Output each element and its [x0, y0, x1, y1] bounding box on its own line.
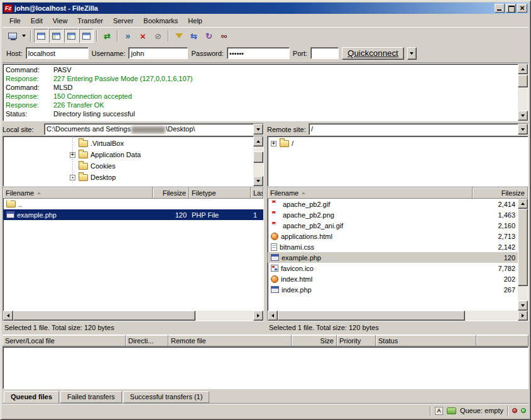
- transfer-queue-list[interactable]: [3, 346, 528, 389]
- menu-view[interactable]: View: [48, 16, 72, 26]
- maximize-button[interactable]: [506, 4, 516, 13]
- file-row[interactable]: applications.html 2,713: [268, 231, 518, 241]
- site-manager-button[interactable]: [5, 29, 19, 43]
- tab-queued-files[interactable]: Queued files: [4, 391, 59, 403]
- tab-successful-transfers[interactable]: Successful transfers (1): [123, 391, 210, 403]
- tree-expander[interactable]: +: [271, 141, 276, 146]
- column-header-filetype[interactable]: Filetype: [189, 187, 251, 199]
- log-line: Response:150 Connection accepted: [6, 92, 515, 101]
- scroll-track[interactable]: [518, 209, 528, 301]
- folder-up-icon: [6, 201, 16, 207]
- scroll-track[interactable]: [518, 74, 528, 111]
- column-header-direction[interactable]: Directi...: [126, 335, 168, 346]
- scroll-up-button[interactable]: [518, 64, 528, 74]
- column-header-filesize[interactable]: Filesize: [153, 187, 189, 199]
- filter-button[interactable]: [172, 29, 186, 43]
- scroll-down-button[interactable]: [518, 111, 528, 121]
- disconnect-button[interactable]: [151, 29, 165, 43]
- scroll-track[interactable]: [278, 311, 518, 321]
- tree-item-root[interactable]: +/: [268, 138, 528, 149]
- file-row[interactable]: bitnami.css 2,142: [268, 241, 518, 252]
- tree-item-desktop[interactable]: -Desktop: [3, 172, 253, 183]
- file-row[interactable]: apache_pb2_ani.gif 2,160: [268, 220, 518, 231]
- speed-limits-icon[interactable]: [447, 407, 456, 414]
- refresh-button[interactable]: [100, 29, 114, 43]
- column-header-status[interactable]: Status: [376, 335, 476, 346]
- column-header-filesize[interactable]: Filesize: [473, 187, 528, 199]
- scroll-down-button[interactable]: [253, 176, 263, 186]
- remote-list-vscrollbar[interactable]: [518, 199, 528, 311]
- scroll-left-button[interactable]: [3, 311, 13, 321]
- toggle-queue-button[interactable]: [79, 29, 94, 43]
- process-queue-button[interactable]: [121, 29, 135, 43]
- column-header-last-modified[interactable]: Last modified: [251, 187, 263, 199]
- menu-help[interactable]: Help: [183, 16, 207, 26]
- file-row[interactable]: apache_pb2.png 1,463: [268, 209, 518, 220]
- scroll-thumb[interactable]: [518, 209, 528, 286]
- menu-bookmarks[interactable]: Bookmarks: [139, 16, 182, 26]
- file-row-example-php[interactable]: example.php 120 PHP File 1: [3, 209, 263, 220]
- combo-dropdown-button[interactable]: [518, 124, 528, 135]
- password-input[interactable]: [227, 47, 290, 59]
- scroll-right-button[interactable]: [253, 311, 263, 321]
- menu-edit[interactable]: Edit: [26, 16, 47, 26]
- menu-transfer[interactable]: Transfer: [73, 16, 107, 26]
- toggle-local-tree-button[interactable]: [49, 29, 63, 43]
- toggle-message-log-button[interactable]: [34, 29, 48, 43]
- tree-expander[interactable]: -: [70, 175, 75, 180]
- scroll-right-button[interactable]: [518, 311, 528, 321]
- menu-file[interactable]: File: [5, 16, 25, 26]
- file-row[interactable]: index.php 267: [268, 284, 518, 295]
- local-list-hscrollbar[interactable]: [3, 311, 263, 321]
- directory-comparison-button[interactable]: [187, 29, 201, 43]
- local-tree-scrollbar[interactable]: [253, 136, 263, 186]
- column-header-priority[interactable]: Priority: [337, 335, 376, 346]
- tab-failed-transfers[interactable]: Failed transfers: [60, 391, 122, 403]
- file-row-parent-dir[interactable]: ..: [3, 199, 263, 209]
- scroll-up-button[interactable]: [253, 136, 263, 146]
- tree-expander[interactable]: +: [70, 152, 75, 158]
- port-input[interactable]: [310, 47, 339, 59]
- scroll-thumb[interactable]: [253, 152, 263, 163]
- column-header-filename[interactable]: Filename: [3, 187, 153, 199]
- transfer-type-icon[interactable]: [435, 407, 443, 415]
- remote-list-hscrollbar[interactable]: [268, 311, 528, 321]
- scroll-left-button[interactable]: [268, 311, 278, 321]
- scroll-track[interactable]: [13, 311, 253, 321]
- find-files-button[interactable]: [217, 29, 231, 43]
- file-row-example-php[interactable]: example.php 120: [268, 252, 518, 263]
- username-input[interactable]: [128, 47, 188, 59]
- cancel-operation-button[interactable]: [136, 29, 150, 43]
- log-scrollbar[interactable]: [518, 64, 528, 121]
- scroll-thumb[interactable]: [13, 311, 195, 321]
- combo-dropdown-button[interactable]: [253, 124, 263, 135]
- remote-site-combo[interactable]: /: [309, 123, 528, 135]
- quickconnect-button[interactable]: Quickconnect: [342, 47, 404, 60]
- column-header-size[interactable]: Size: [292, 335, 337, 346]
- tree-item-virtualbox[interactable]: .VirtualBox: [3, 138, 253, 149]
- toggle-remote-tree-button[interactable]: [64, 29, 79, 43]
- file-row[interactable]: favicon.ico 7,782: [268, 263, 518, 274]
- menubar: File Edit View Transfer Server Bookmarks…: [3, 14, 528, 27]
- quickconnect-dropdown-button[interactable]: [407, 47, 417, 60]
- scroll-thumb[interactable]: [518, 75, 528, 87]
- scroll-thumb[interactable]: [278, 311, 465, 321]
- column-header-filename[interactable]: Filename: [268, 187, 473, 199]
- site-manager-dropdown-button[interactable]: [20, 29, 28, 43]
- scroll-track[interactable]: [253, 146, 263, 176]
- menu-server[interactable]: Server: [109, 16, 138, 26]
- local-site-combo[interactable]: C:\Documents and Settings\Desktop\: [44, 123, 264, 135]
- titlebar[interactable]: Fz john@localhost - FileZilla: [3, 3, 528, 14]
- column-header-server-local-file[interactable]: Server/Local file: [3, 335, 126, 346]
- tree-item-application-data[interactable]: +Application Data: [3, 149, 253, 160]
- host-input[interactable]: [26, 47, 89, 59]
- scroll-up-button[interactable]: [518, 199, 528, 209]
- synchronized-browsing-button[interactable]: [202, 29, 216, 43]
- column-header-remote-file[interactable]: Remote file: [168, 335, 292, 346]
- tree-item-cookies[interactable]: Cookies: [3, 160, 253, 172]
- file-row[interactable]: apache_pb2.gif 2,414: [268, 199, 518, 209]
- file-row[interactable]: index.html 202: [268, 274, 518, 284]
- minimize-button[interactable]: [495, 4, 505, 13]
- close-button[interactable]: [517, 4, 527, 13]
- scroll-down-button[interactable]: [518, 301, 528, 311]
